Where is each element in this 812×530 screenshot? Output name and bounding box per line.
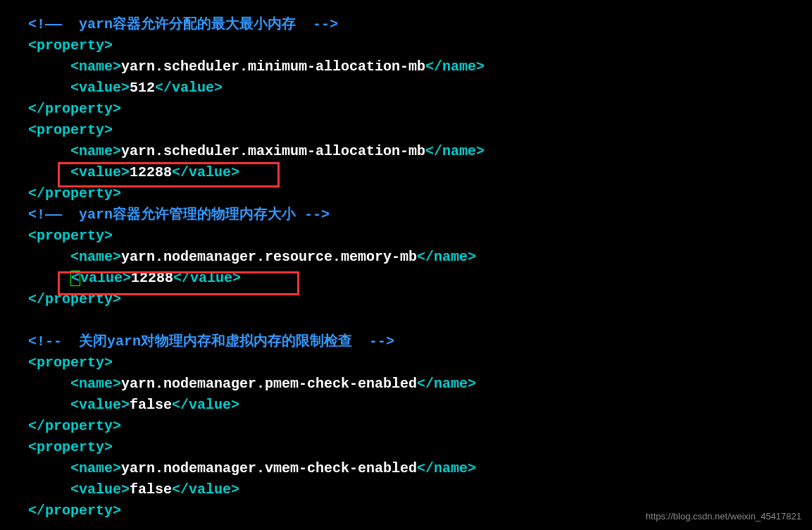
value-open-tag: <value>: [70, 80, 130, 96]
name-open-tag: <name>: [70, 249, 121, 265]
value-close-tag: </value>: [173, 270, 241, 286]
property-name: yarn.scheduler.minimum-allocation-mb: [121, 58, 425, 75]
property-close-tag: </property>: [28, 291, 121, 307]
property-open-tag: <property>: [28, 228, 113, 244]
blank-line: [28, 310, 812, 331]
value-close-tag: </value>: [172, 481, 239, 498]
property-open-tag: <property>: [28, 355, 113, 371]
property-value: false: [130, 481, 172, 498]
value-close-tag: </value>: [172, 397, 239, 413]
code-line: <name>yarn.scheduler.maximum-allocation-…: [28, 141, 812, 162]
name-close-tag: </name>: [417, 249, 476, 265]
code-line: <property>: [28, 352, 812, 374]
property-name: yarn.nodemanager.resource.memory-mb: [121, 249, 417, 265]
code-line: <value>false</value>: [28, 395, 812, 416]
code-line: </property>: [28, 416, 812, 437]
name-close-tag: </name>: [417, 376, 476, 392]
property-close-tag: </property>: [28, 185, 121, 202]
name-close-tag: </name>: [425, 143, 485, 159]
code-line: <name>yarn.nodemanager.vmem-check-enable…: [28, 458, 812, 479]
value-open-tag: <value>: [70, 164, 130, 180]
code-line: <value>12288</value>: [28, 162, 812, 183]
code-line: <property>: [28, 35, 812, 56]
code-line: </property>: [28, 99, 812, 120]
property-close-tag: </property>: [28, 101, 121, 117]
comment-close: -->: [304, 207, 330, 223]
property-name: yarn.scheduler.maximum-allocation-mb: [121, 143, 425, 159]
property-open-tag: <property>: [28, 439, 113, 455]
property-value: false: [130, 397, 172, 413]
comment-text: yarn容器允许分配的最大最小内存: [62, 16, 313, 32]
property-close-tag: </property>: [28, 503, 121, 519]
comment-close: -->: [313, 16, 338, 32]
code-line: <!-- 关闭yarn对物理内存和虚拟内存的限制检查 -->: [28, 331, 812, 352]
name-open-tag: <name>: [70, 460, 121, 476]
value-close-tag: </value>: [172, 164, 239, 180]
property-close-tag: </property>: [28, 418, 121, 434]
value-open-tag: <value>: [70, 397, 130, 413]
name-open-tag: <name>: [70, 143, 121, 159]
comment-text: 关闭yarn对物理内存和虚拟内存的限制检查: [62, 333, 369, 350]
code-line: <!—— yarn容器允许管理的物理内存大小 -->: [28, 204, 812, 226]
code-line: </property>: [28, 289, 812, 310]
code-line: <value>12288</value>: [28, 268, 812, 289]
code-line: <property>: [28, 120, 812, 141]
value-open-tag: <value>: [70, 481, 130, 498]
name-close-tag: </name>: [425, 58, 485, 75]
comment-text: yarn容器允许管理的物理内存大小: [62, 207, 304, 223]
watermark-text: https://blog.csdn.net/weixin_45417821: [646, 510, 801, 524]
code-line: <value>512</value>: [28, 78, 812, 99]
property-value: 12288: [130, 164, 172, 180]
xml-code-block: <!—— yarn容器允许分配的最大最小内存 --> <property> <n…: [28, 14, 812, 522]
code-line: <property>: [28, 437, 812, 458]
comment-close: -->: [369, 333, 394, 350]
code-line: <value>false</value>: [28, 479, 812, 500]
name-open-tag: <name>: [70, 58, 121, 75]
comment-open: <!——: [28, 207, 62, 223]
comment-open: <!——: [28, 16, 62, 32]
property-name: yarn.nodemanager.vmem-check-enabled: [121, 460, 417, 476]
code-line: <!—— yarn容器允许分配的最大最小内存 -->: [28, 14, 812, 35]
property-value: 12288: [131, 270, 173, 286]
property-open-tag: <property>: [28, 37, 113, 54]
value-close-tag: </value>: [155, 80, 223, 96]
code-line: <name>yarn.nodemanager.pmem-check-enable…: [28, 374, 812, 395]
property-name: yarn.nodemanager.pmem-check-enabled: [121, 376, 417, 392]
value-open-rest: value>: [80, 270, 131, 286]
name-close-tag: </name>: [417, 460, 476, 476]
code-line: <property>: [28, 226, 812, 247]
property-open-tag: <property>: [28, 122, 113, 138]
cursor-highlight: <: [70, 271, 80, 286]
code-line: <name>yarn.nodemanager.resource.memory-m…: [28, 247, 812, 268]
name-open-tag: <name>: [70, 376, 121, 392]
code-line: <name>yarn.scheduler.minimum-allocation-…: [28, 56, 812, 78]
code-line: </property>: [28, 183, 812, 204]
property-value: 512: [130, 80, 155, 96]
comment-open: <!--: [28, 333, 62, 350]
